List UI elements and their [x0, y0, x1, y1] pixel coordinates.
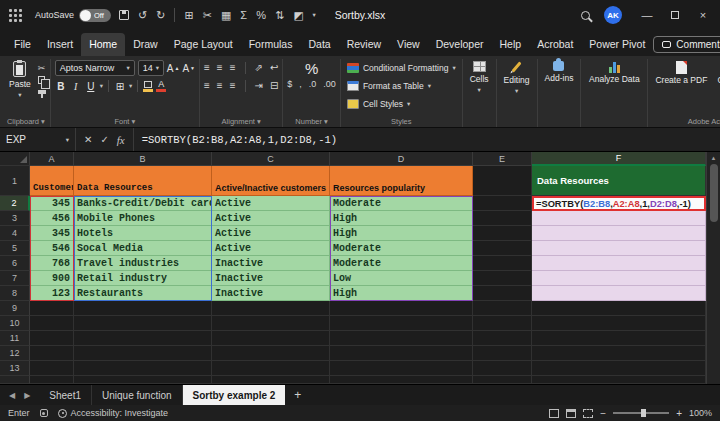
- cell-F12[interactable]: [532, 346, 706, 361]
- scrollbar-thumb[interactable]: [710, 164, 718, 222]
- cell-C11[interactable]: [212, 331, 330, 346]
- insert-function-icon[interactable]: fx: [117, 134, 125, 146]
- row-header-13[interactable]: 13: [0, 361, 30, 376]
- col-header-B[interactable]: B: [74, 152, 212, 166]
- col-header-A[interactable]: A: [30, 152, 74, 166]
- cell-D2[interactable]: Moderate: [330, 196, 473, 211]
- decrease-font-icon[interactable]: A▼: [182, 61, 195, 75]
- tab-formulas[interactable]: Formulas: [241, 33, 301, 56]
- page-layout-view-icon[interactable]: [566, 409, 576, 418]
- cell-F4[interactable]: [532, 226, 706, 241]
- row-header-7[interactable]: 7: [0, 271, 30, 286]
- cell-A12[interactable]: [30, 346, 74, 361]
- cell-E8[interactable]: [473, 286, 532, 301]
- merge-center-icon[interactable]: ⊟: [270, 80, 278, 91]
- add-sheet-button[interactable]: +: [285, 385, 310, 405]
- cell-E5[interactable]: [473, 241, 532, 256]
- format-painter-icon[interactable]: [38, 90, 46, 94]
- cell-E11[interactable]: [473, 331, 532, 346]
- cell-B10[interactable]: [74, 316, 212, 331]
- sheet-tab-sheet1[interactable]: Sheet1: [39, 385, 92, 405]
- tab-developer[interactable]: Developer: [428, 33, 492, 56]
- save-icon[interactable]: [119, 10, 129, 20]
- vertical-scrollbar[interactable]: ▲: [706, 152, 720, 384]
- cell-C10[interactable]: [212, 316, 330, 331]
- cell-D11[interactable]: [330, 331, 473, 346]
- zoom-slider[interactable]: [613, 412, 669, 414]
- cell-D7[interactable]: Low: [330, 271, 473, 286]
- restore-button[interactable]: [662, 0, 688, 30]
- conditional-formatting-button[interactable]: Conditional Formatting▾: [345, 60, 458, 75]
- zoom-in-button[interactable]: +: [676, 408, 682, 419]
- cell-A3[interactable]: 456: [30, 211, 74, 226]
- font-color-button[interactable]: A: [156, 80, 166, 92]
- cell-E6[interactable]: [473, 256, 532, 271]
- analyze-data-button[interactable]: Analyze Data: [585, 60, 643, 86]
- cell-B4[interactable]: Hotels: [74, 226, 212, 241]
- col-header-E[interactable]: E: [473, 152, 532, 166]
- account-avatar[interactable]: AK: [604, 6, 622, 24]
- cell-C2[interactable]: Active: [212, 196, 330, 211]
- borders-button[interactable]: ⊞: [114, 79, 126, 93]
- cell-F3[interactable]: [532, 211, 706, 226]
- cell-A8[interactable]: 123: [30, 286, 74, 301]
- orientation-icon[interactable]: ⇗: [255, 62, 263, 73]
- cell-F5[interactable]: [532, 241, 706, 256]
- cell-C13[interactable]: [212, 361, 330, 376]
- cell-B9[interactable]: [74, 301, 212, 316]
- row-header-14[interactable]: [0, 376, 30, 384]
- enter-icon[interactable]: ✓: [100, 134, 108, 145]
- cell-A4[interactable]: 345: [30, 226, 74, 241]
- cell-E13[interactable]: [473, 361, 532, 376]
- cancel-icon[interactable]: ✕: [84, 134, 92, 145]
- wrap-text-icon[interactable]: ↩: [270, 62, 278, 73]
- cell-F1[interactable]: Data Resources: [532, 166, 706, 196]
- cell-D6[interactable]: Moderate: [330, 256, 473, 271]
- create-pdf-share-button[interactable]: Create a PDF and Share link: [714, 60, 720, 106]
- align-left-icon[interactable]: ≡: [204, 80, 210, 91]
- cell-B6[interactable]: Travel industries: [74, 256, 212, 271]
- align-center-icon[interactable]: ≡: [217, 80, 223, 91]
- currency-icon[interactable]: $: [287, 79, 292, 89]
- increase-font-icon[interactable]: A▲: [167, 61, 180, 75]
- cell-F7[interactable]: [532, 271, 706, 286]
- cell-A1[interactable]: Customer: [30, 166, 74, 196]
- fill-qat-icon[interactable]: ◩: [293, 9, 303, 22]
- format-as-table-button[interactable]: Format as Table▾: [345, 78, 458, 93]
- row-header-12[interactable]: 12: [0, 346, 30, 361]
- formula-input[interactable]: =SORTBY(B2:B8,A2:A8,1,D2:D8,-1): [134, 128, 720, 151]
- cell-A9[interactable]: [30, 301, 74, 316]
- app-launcher-icon[interactable]: [9, 9, 22, 22]
- percent-style-icon[interactable]: %: [305, 60, 318, 77]
- align-top-icon[interactable]: ≡: [204, 62, 210, 73]
- cell-B1[interactable]: Data Resources: [74, 166, 212, 196]
- tab-review[interactable]: Review: [339, 33, 389, 56]
- row-header-10[interactable]: 10: [0, 316, 30, 331]
- cell-C12[interactable]: [212, 346, 330, 361]
- underline-button[interactable]: U: [85, 79, 97, 93]
- fill-color-button[interactable]: [143, 81, 153, 92]
- cell-E10[interactable]: [473, 316, 532, 331]
- cell-E1[interactable]: [473, 166, 532, 196]
- tab-view[interactable]: View: [389, 33, 428, 56]
- row-header-11[interactable]: 11: [0, 331, 30, 346]
- cell-C1[interactable]: Active/Inactive customers: [212, 166, 330, 196]
- tab-insert[interactable]: Insert: [39, 33, 81, 56]
- cell-C4[interactable]: Active: [212, 226, 330, 241]
- cell-D8[interactable]: High: [330, 286, 473, 301]
- cell-F9[interactable]: [532, 301, 706, 316]
- cell-F2[interactable]: =SORTBY(B2:B8,A2:A8,1,D2:D8,-1): [532, 196, 706, 211]
- search-icon[interactable]: [581, 11, 590, 20]
- paste-button[interactable]: Paste ▾: [6, 60, 34, 100]
- cell-styles-button[interactable]: Cell Styles▾: [345, 96, 458, 111]
- cell-D4[interactable]: High: [330, 226, 473, 241]
- cell-D5[interactable]: Moderate: [330, 241, 473, 256]
- sheet-tab-sortby-example-2[interactable]: Sortby example 2: [183, 385, 286, 405]
- normal-view-icon[interactable]: [549, 409, 559, 418]
- name-box[interactable]: EXP▾: [0, 128, 76, 151]
- cell-B5[interactable]: Socal Media: [74, 241, 212, 256]
- cell-B2[interactable]: Banks-Credit/Debit cards: [74, 196, 212, 211]
- bold-button[interactable]: B: [55, 79, 67, 93]
- cell-E7[interactable]: [473, 271, 532, 286]
- cell-B3[interactable]: Mobile Phones: [74, 211, 212, 226]
